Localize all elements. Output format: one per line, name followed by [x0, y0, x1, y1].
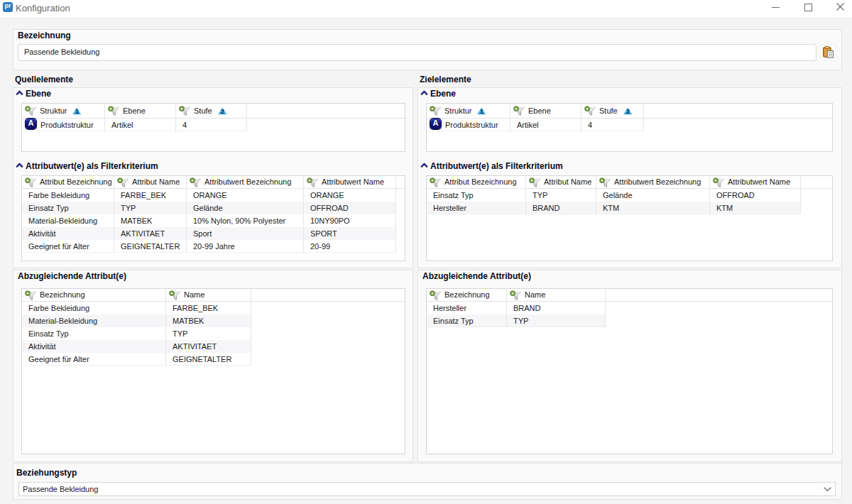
svg-text:1: 1	[480, 108, 484, 115]
svg-text:1: 1	[75, 108, 79, 115]
svg-text:2: 2	[221, 108, 224, 115]
svg-text:2: 2	[626, 108, 630, 115]
